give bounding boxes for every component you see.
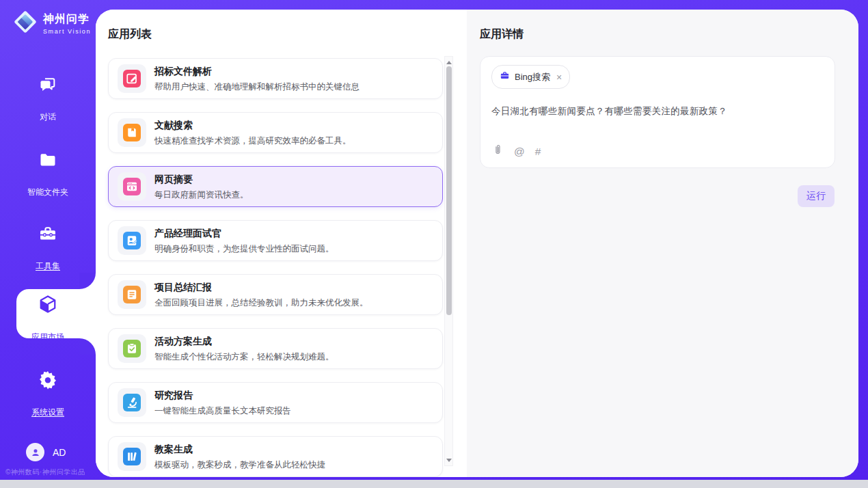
app-card-desc: 一键智能生成高质量长文本研究报告 xyxy=(154,405,291,417)
app-list-panel: 应用列表 招标文件解析 帮助用户快速、准确地理解和解析招标书中的关键信息 xyxy=(96,10,467,477)
scroll-down-icon[interactable] xyxy=(445,456,452,464)
folder-icon xyxy=(0,150,96,170)
app-card-desc: 明确身份和职责，为您提供专业性的面试问题。 xyxy=(154,243,334,255)
interviewer-doc-icon xyxy=(118,226,146,255)
app-card-title: 研究报告 xyxy=(154,390,291,402)
sidebar: 神州问学 Smart Vision 对话 智能文件夹 xyxy=(0,0,96,480)
app-card-title: 活动方案生成 xyxy=(154,336,334,348)
sidebar-item-toolset[interactable]: 工具集 xyxy=(0,224,96,272)
app-card-desc: 快速精准查找学术资源，提高研究效率的必备工具。 xyxy=(154,135,351,147)
app-card-literature-search[interactable]: 文献搜索 快速精准查找学术资源，提高研究效率的必备工具。 xyxy=(108,112,443,153)
paperclip-icon[interactable] xyxy=(492,144,504,159)
user-initials: AD xyxy=(53,447,66,458)
app-card-project-summary[interactable]: 项目总结汇报 全面回顾项目进展，总结经验教训，助力未来优化发展。 xyxy=(108,274,443,315)
app-card-list: 招标文件解析 帮助用户快速、准确地理解和解析招标书中的关键信息 文献搜索 快速精… xyxy=(108,58,444,477)
sidebar-item-settings[interactable]: 系统设置 xyxy=(0,369,96,418)
webpage-code-icon xyxy=(118,172,146,201)
app-card-title: 网页摘要 xyxy=(154,174,249,186)
sidebar-item-label: 工具集 xyxy=(36,260,60,272)
main-content: 应用列表 招标文件解析 帮助用户快速、准确地理解和解析招标书中的关键信息 xyxy=(96,10,858,477)
briefcase-icon xyxy=(500,70,510,83)
active-nav-fillet-top xyxy=(79,273,96,289)
sidebar-item-smart-folder[interactable]: 智能文件夹 xyxy=(0,150,96,198)
composer-toolbar: @ # xyxy=(492,144,541,159)
user-account[interactable]: AD xyxy=(26,443,66,461)
scrollbar-thumb[interactable] xyxy=(446,66,452,315)
brand-tagline: Smart Vision xyxy=(43,28,91,35)
app-list-title: 应用列表 xyxy=(108,27,152,42)
app-card-desc: 智能生成个性化活动方案，轻松解决规划难题。 xyxy=(154,351,334,363)
app-card-bid-parse[interactable]: 招标文件解析 帮助用户快速、准确地理解和解析招标书中的关键信息 xyxy=(108,58,443,99)
brand-logo: 神州问学 Smart Vision xyxy=(12,9,91,38)
summary-note-icon xyxy=(118,280,146,309)
app-card-research-report[interactable]: 研究报告 一键智能生成高质量长文本研究报告 xyxy=(108,382,443,423)
edit-doc-icon xyxy=(118,64,146,93)
scroll-up-icon[interactable] xyxy=(445,58,452,66)
book-icon xyxy=(118,118,146,147)
app-card-title: 教案生成 xyxy=(154,444,325,456)
tool-tag-bing-search[interactable]: Bing搜索 × xyxy=(491,65,570,89)
tag-close-icon[interactable]: × xyxy=(556,72,562,82)
app-card-title: 项目总结汇报 xyxy=(154,282,368,294)
run-button[interactable]: 运行 xyxy=(798,185,835,207)
hash-icon[interactable]: # xyxy=(535,146,541,158)
sidebar-item-app-market[interactable]: 应用市场 xyxy=(0,294,96,343)
list-scrollbar[interactable] xyxy=(444,56,453,466)
sidebar-item-label: 对话 xyxy=(40,111,56,123)
tool-tag-label: Bing搜索 xyxy=(515,71,550,83)
clipboard-check-icon xyxy=(118,334,146,363)
microscope-icon xyxy=(118,388,146,417)
brand-diamond-icon xyxy=(12,9,38,38)
app-card-title: 产品经理面试官 xyxy=(154,228,334,240)
chat-icon xyxy=(0,75,96,94)
cube-icon xyxy=(0,294,96,314)
app-card-desc: 每日政府新闻资讯快查。 xyxy=(154,189,249,201)
app-window: 神州问学 Smart Vision 对话 智能文件夹 xyxy=(0,0,868,488)
app-card-title: 文献搜索 xyxy=(154,120,351,132)
toolbox-icon xyxy=(0,224,96,243)
app-detail-title: 应用详情 xyxy=(480,27,524,42)
books-icon xyxy=(118,442,146,471)
app-detail-panel: 应用详情 Bing搜索 × 今日湖北有哪些新闻要点？有哪些需要关注的最新政策？ … xyxy=(467,10,858,477)
sidebar-item-label: 智能文件夹 xyxy=(27,187,68,198)
avatar xyxy=(26,443,44,461)
app-card-desc: 全面回顾项目进展，总结经验教训，助力未来优化发展。 xyxy=(154,297,368,309)
sidebar-item-label: 系统设置 xyxy=(31,407,64,418)
app-card-web-summary[interactable]: 网页摘要 每日政府新闻资讯快查。 xyxy=(108,166,443,207)
app-card-desc: 模板驱动，教案秒成，教学准备从此轻松快捷 xyxy=(154,459,325,471)
brand-name: 神州问学 xyxy=(43,12,91,27)
sidebar-item-chat[interactable]: 对话 xyxy=(0,75,96,123)
app-card-lesson-plan[interactable]: 教案生成 模板驱动，教案秒成，教学准备从此轻松快捷 xyxy=(108,436,443,477)
gear-icon xyxy=(0,369,96,390)
app-card-pm-interviewer[interactable]: 产品经理面试官 明确身份和职责，为您提供专业性的面试问题。 xyxy=(108,220,443,261)
app-card-title: 招标文件解析 xyxy=(154,66,360,78)
app-card-event-plan[interactable]: 活动方案生成 智能生成个性化活动方案，轻松解决规划难题。 xyxy=(108,328,443,369)
query-text[interactable]: 今日湖北有哪些新闻要点？有哪些需要关注的最新政策？ xyxy=(491,105,824,118)
at-icon[interactable]: @ xyxy=(514,146,525,158)
app-card-desc: 帮助用户快速、准确地理解和解析招标书中的关键信息 xyxy=(154,81,360,93)
sidebar-item-label: 应用市场 xyxy=(31,331,64,343)
prompt-editor-card[interactable]: Bing搜索 × 今日湖北有哪些新闻要点？有哪些需要关注的最新政策？ @ # xyxy=(480,56,835,168)
copyright-text: ©神州数码·神州问学出品 xyxy=(5,467,97,477)
